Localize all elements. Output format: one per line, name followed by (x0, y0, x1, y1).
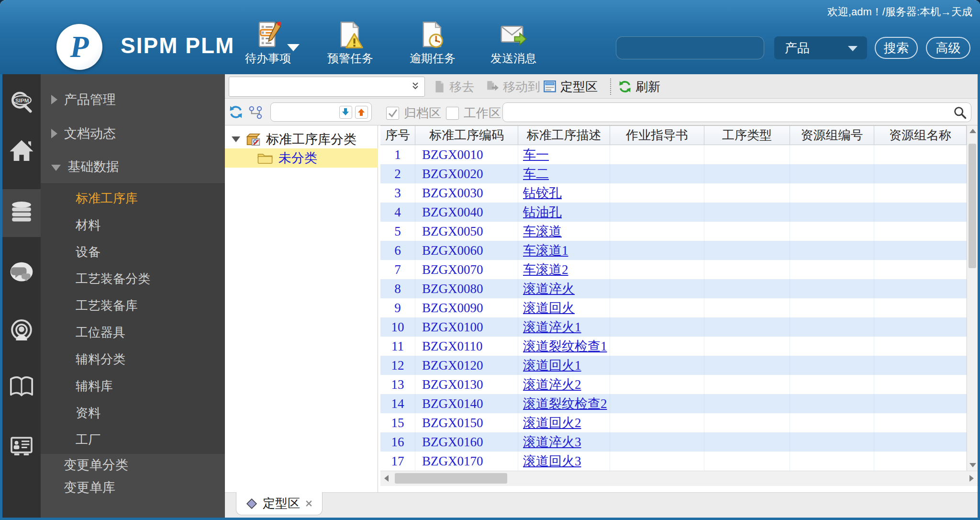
nav-item-change-order-class[interactable]: 变更单分类 (41, 453, 225, 476)
nav-item-doc-activity[interactable]: 文档动态 (41, 122, 225, 146)
table-row[interactable]: 16 BZGX0160 滚道淬火3 (380, 432, 967, 452)
table-search-input[interactable] (508, 105, 940, 120)
row-code-link[interactable]: BZGX0080 (415, 279, 518, 298)
col-header-work-instruction[interactable]: 作业指导书 (610, 126, 704, 145)
row-desc-link[interactable]: 滚道回火2 (518, 413, 610, 432)
table-row[interactable]: 10 BZGX0100 滚道淬火1 (380, 317, 967, 337)
row-desc-link[interactable]: 滚道裂纹检查1 (518, 337, 610, 356)
tree-root-node[interactable]: 标准工序库分类 (225, 130, 378, 148)
close-icon[interactable] (305, 499, 313, 508)
nav-sub-auxmaterial-class[interactable]: 辅料分类 (41, 346, 225, 373)
tree-refresh-icon[interactable] (229, 105, 243, 121)
send-message-button[interactable]: 发送消息 (482, 21, 545, 66)
tab-archive-zone[interactable]: 定型区 (236, 492, 323, 515)
row-code-link[interactable]: BZGX0150 (415, 413, 518, 432)
row-desc-link[interactable]: 车一 (518, 145, 610, 164)
row-desc-link[interactable]: 滚道回火3 (518, 452, 610, 471)
nav-sub-resources[interactable]: 资料 (41, 399, 225, 426)
row-code-link[interactable]: BZGX0100 (415, 317, 518, 337)
find-prev-button[interactable] (355, 106, 368, 119)
table-row[interactable]: 3 BZGX0030 钻铰孔 (380, 183, 967, 203)
row-code-link[interactable]: BZGX0130 (415, 375, 518, 394)
row-desc-link[interactable]: 滚道回火1 (518, 356, 610, 375)
view-combo-box[interactable] (229, 77, 425, 97)
row-desc-link[interactable]: 车二 (518, 164, 610, 183)
table-row[interactable]: 11 BZGX0110 滚道裂纹检查1 (380, 337, 967, 356)
table-row[interactable]: 6 BZGX0060 车滚道1 (380, 241, 967, 260)
row-desc-link[interactable]: 滚道淬火2 (518, 375, 610, 394)
nav-sub-standard-process-lib[interactable]: 标准工序库 (41, 185, 225, 212)
nav-sub-station-apparatus[interactable]: 工位器具 (41, 319, 225, 346)
nav-sub-factory[interactable]: 工厂 (41, 426, 225, 453)
remove-button[interactable]: 移去 (433, 78, 474, 96)
row-desc-link[interactable]: 车滚道1 (518, 241, 610, 260)
hierarchy-icon[interactable] (249, 106, 263, 121)
nav-sub-equipment[interactable]: 设备 (41, 238, 225, 265)
row-desc-link[interactable]: 滚道淬火 (518, 279, 610, 298)
todo-items-button[interactable]: 待办事项 (237, 21, 299, 66)
table-row[interactable]: 14 BZGX0140 滚道裂纹检查2 (380, 394, 967, 413)
row-code-link[interactable]: BZGX0060 (415, 241, 518, 260)
row-code-link[interactable]: BZGX0070 (415, 260, 518, 279)
table-row[interactable]: 7 BZGX0070 车滚道2 (380, 260, 967, 279)
row-desc-link[interactable]: 滚道回火 (518, 298, 610, 317)
table-row[interactable]: 13 BZGX0130 滚道淬火2 (380, 375, 967, 394)
row-code-link[interactable]: BZGX0140 (415, 394, 518, 413)
table-row[interactable]: 5 BZGX0050 车滚道 (380, 222, 967, 241)
table-row[interactable]: 2 BZGX0020 车二 (380, 164, 967, 183)
row-desc-link[interactable]: 滚道淬火3 (518, 432, 610, 452)
row-desc-link[interactable]: 车滚道 (518, 222, 610, 241)
nav-sub-material[interactable]: 材料 (41, 212, 225, 238)
row-code-link[interactable]: BZGX0090 (415, 298, 518, 317)
overdue-tasks-button[interactable]: 逾期任务 (401, 21, 464, 66)
vertical-scroll-thumb[interactable] (969, 144, 976, 268)
move-to-button[interactable]: 移动到 (486, 78, 540, 96)
tree-collapse-caret-icon[interactable] (232, 136, 240, 142)
home-icon[interactable] (8, 137, 35, 164)
nav-sub-auxmaterial-lib[interactable]: 辅料库 (41, 373, 225, 399)
row-code-link[interactable]: BZGX0040 (415, 203, 518, 222)
row-desc-link[interactable]: 车滚道2 (518, 260, 610, 279)
search-icon[interactable] (953, 105, 967, 120)
table-row[interactable]: 4 BZGX0040 钻油孔 (380, 203, 967, 222)
col-header-index[interactable]: 序号 (380, 126, 415, 145)
archive-zone-checkbox[interactable] (386, 107, 399, 120)
table-row[interactable]: 8 BZGX0080 滚道淬火 (380, 279, 967, 298)
search-category-select[interactable]: 产品 (774, 36, 867, 59)
tree-node-unclassified[interactable]: 未分类 (225, 148, 378, 168)
refresh-button[interactable]: 刷新 (618, 78, 660, 96)
nav-sub-tooling-lib[interactable]: 工艺装备库 (41, 292, 225, 319)
contact-broadcast-icon[interactable] (8, 317, 35, 344)
table-row[interactable]: 17 BZGX0170 滚道回火3 (380, 452, 967, 471)
sipm-search-icon[interactable]: SIPM (8, 90, 35, 116)
nav-item-change-order-lib[interactable]: 变更单库 (41, 476, 225, 498)
row-code-link[interactable]: BZGX0170 (415, 452, 518, 471)
nav-item-base-data[interactable]: 基础数据 (41, 155, 225, 179)
id-card-icon[interactable] (8, 433, 35, 460)
horizontal-scroll-thumb[interactable] (395, 473, 507, 484)
col-header-desc[interactable]: 标准工序描述 (518, 126, 610, 145)
workspace-checkbox[interactable] (446, 107, 459, 120)
row-code-link[interactable]: BZGX0030 (415, 183, 518, 203)
col-header-code[interactable]: 标准工序编码 (415, 126, 518, 145)
row-desc-link[interactable]: 滚道淬火1 (518, 317, 610, 337)
table-row[interactable]: 1 BZGX0010 车一 (380, 145, 967, 164)
col-header-process-type[interactable]: 工序类型 (704, 126, 790, 145)
scroll-right-arrow-icon[interactable] (969, 475, 974, 482)
col-header-resource-group-name[interactable]: 资源组名称 (874, 126, 967, 145)
database-icon[interactable] (8, 200, 35, 226)
nav-item-product-mgmt[interactable]: 产品管理 (41, 88, 225, 112)
advanced-search-button[interactable]: 高级 (926, 37, 970, 59)
chat-icon[interactable] (8, 260, 35, 286)
table-row[interactable]: 9 BZGX0090 滚道回火 (380, 298, 967, 317)
tree-filter-input[interactable] (274, 104, 338, 120)
col-header-resource-group-code[interactable]: 资源组编号 (790, 126, 874, 145)
row-code-link[interactable]: BZGX0160 (415, 432, 518, 452)
row-code-link[interactable]: BZGX0110 (415, 337, 518, 356)
row-code-link[interactable]: BZGX0050 (415, 222, 518, 241)
vertical-scrollbar[interactable] (967, 125, 978, 471)
row-code-link[interactable]: BZGX0120 (415, 356, 518, 375)
table-row[interactable]: 15 BZGX0150 滚道回火2 (380, 413, 967, 432)
archive-zone-button[interactable]: 定型区 (543, 78, 598, 96)
scroll-up-arrow-icon[interactable] (969, 129, 976, 133)
